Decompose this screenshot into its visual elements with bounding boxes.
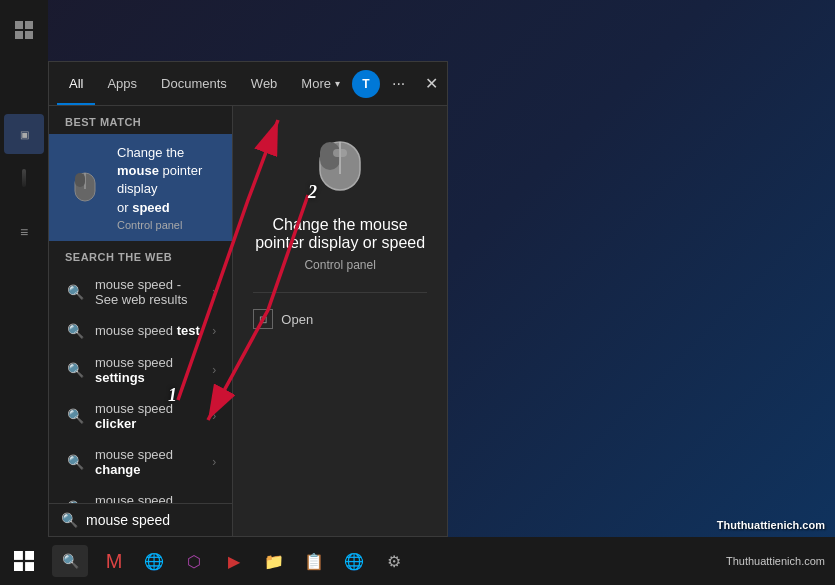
svg-rect-6 — [75, 173, 85, 187]
svg-rect-2 — [15, 31, 23, 39]
chevron-right-icon: › — [212, 285, 216, 299]
taskbar-icon-arrow[interactable]: ▶ — [216, 543, 252, 579]
list-item[interactable]: 🔍 mouse speed settings › — [49, 347, 232, 393]
svg-rect-15 — [14, 562, 23, 571]
best-match-subtitle: Control panel — [117, 219, 216, 231]
taskbar-right: Thuthuattienich.com — [726, 555, 825, 567]
open-icon: ⊡ — [253, 309, 273, 329]
search-icon: 🔍 — [62, 553, 79, 569]
chevron-right-icon: › — [212, 455, 216, 469]
svg-rect-16 — [25, 562, 34, 571]
search-icon: 🔍 — [65, 284, 85, 300]
svg-rect-1 — [25, 21, 33, 29]
divider — [253, 292, 427, 293]
chevron-right-icon: › — [212, 324, 216, 338]
search-input[interactable] — [86, 512, 232, 528]
tab-actions: T ··· ✕ — [352, 70, 446, 98]
watermark-text: Thuthuattienich.com — [726, 555, 825, 567]
mouse-icon — [65, 167, 105, 207]
chevron-down-icon: ▾ — [335, 78, 340, 89]
right-panel: Change the mouse pointer display or spee… — [232, 106, 447, 536]
more-options-button[interactable]: ··· — [386, 71, 411, 97]
search-icon: 🔍 — [65, 454, 85, 470]
taskbar-icon-settings[interactable]: ⚙ — [376, 543, 412, 579]
svg-rect-10 — [333, 149, 347, 157]
chevron-right-icon: › — [212, 363, 216, 377]
best-match-text: Change the mouse pointer displayor speed… — [117, 144, 216, 231]
search-icon: 🔍 — [65, 408, 85, 424]
desktop: ▣ ≡ All Apps Documents Web More ▾ T ··· … — [0, 0, 835, 585]
menu-left: Best match Change the mouse pointer disp… — [49, 106, 232, 536]
taskbar-icon-folder[interactable]: 📁 — [256, 543, 292, 579]
open-label: Open — [281, 312, 313, 327]
result-text: mouse speed change — [95, 447, 202, 477]
svg-rect-14 — [25, 551, 34, 560]
sidebar-icon-2[interactable]: ▣ — [4, 114, 44, 154]
taskbar-icons: M 🌐 ⬡ ▶ 📁 📋 🌐 ⚙ — [96, 543, 412, 579]
best-match-label: Best match — [49, 106, 232, 134]
list-item[interactable]: 🔍 mouse speed - See web results › — [49, 269, 232, 315]
svg-rect-0 — [15, 21, 23, 29]
menu-tabs: All Apps Documents Web More ▾ T ··· ✕ — [49, 62, 447, 106]
close-button[interactable]: ✕ — [417, 70, 446, 97]
start-button[interactable] — [0, 537, 48, 585]
taskbar-icon-vpn[interactable]: ⬡ — [176, 543, 212, 579]
list-item[interactable]: 🔍 mouse speed clicker › — [49, 393, 232, 439]
taskbar-icon-files[interactable]: 📋 — [296, 543, 332, 579]
sidebar-icon-1[interactable] — [4, 10, 44, 50]
tab-all[interactable]: All — [57, 62, 95, 105]
right-panel-subtitle: Control panel — [304, 258, 375, 272]
result-text: mouse speed - See web results — [95, 277, 202, 307]
watermark-label: Thuthuattienich.com — [717, 519, 825, 531]
list-item[interactable]: 🔍 mouse speed test › — [49, 315, 232, 347]
avatar[interactable]: T — [352, 70, 380, 98]
taskbar-icon-browser[interactable]: 🌐 — [136, 543, 172, 579]
tab-apps[interactable]: Apps — [95, 62, 149, 105]
menu-content: Best match Change the mouse pointer disp… — [49, 106, 447, 536]
best-match-item[interactable]: Change the mouse pointer displayor speed… — [49, 134, 232, 241]
tab-web[interactable]: Web — [239, 62, 290, 105]
best-match-title: Change the mouse pointer displayor speed — [117, 144, 216, 217]
taskbar: 🔍 M 🌐 ⬡ ▶ 📁 📋 🌐 ⚙ Thuthuattienich.com — [0, 537, 835, 585]
right-panel-title: Change the mouse pointer display or spee… — [253, 216, 427, 252]
start-menu: All Apps Documents Web More ▾ T ··· ✕ Be… — [48, 61, 448, 537]
result-text: mouse speed clicker — [95, 401, 202, 431]
search-icon: 🔍 — [65, 323, 85, 339]
search-web-label: Search the web — [49, 241, 232, 269]
tab-documents[interactable]: Documents — [149, 62, 239, 105]
list-item[interactable]: 🔍 mouse speed settings 10 › — [49, 485, 232, 503]
svg-rect-3 — [25, 31, 33, 39]
badge-number-1: 1 — [168, 385, 177, 406]
list-item[interactable]: 🔍 mouse speed change › — [49, 439, 232, 485]
sidebar-icon-3[interactable] — [4, 158, 44, 198]
result-text: mouse speed test — [95, 323, 202, 338]
taskbar-search[interactable]: 🔍 — [52, 545, 88, 577]
open-action[interactable]: ⊡ Open — [253, 309, 313, 329]
result-text: mouse speed settings — [95, 355, 202, 385]
search-results-list: 🔍 mouse speed - See web results › 🔍 mous… — [49, 269, 232, 503]
result-text: mouse speed settings 10 — [95, 493, 202, 503]
chevron-right-icon: › — [212, 409, 216, 423]
sidebar-icons: ▣ ≡ — [0, 0, 48, 537]
taskbar-icon-chrome[interactable]: 🌐 — [336, 543, 372, 579]
taskbar-icon-mail[interactable]: M — [96, 543, 132, 579]
svg-rect-13 — [14, 551, 23, 560]
badge-number-2: 2 — [308, 182, 317, 203]
tab-more[interactable]: More ▾ — [289, 62, 352, 105]
search-icon: 🔍 — [65, 362, 85, 378]
sidebar-icon-4[interactable]: ≡ — [4, 212, 44, 252]
search-icon: 🔍 — [61, 512, 78, 528]
search-box: 🔍 — [49, 503, 232, 536]
